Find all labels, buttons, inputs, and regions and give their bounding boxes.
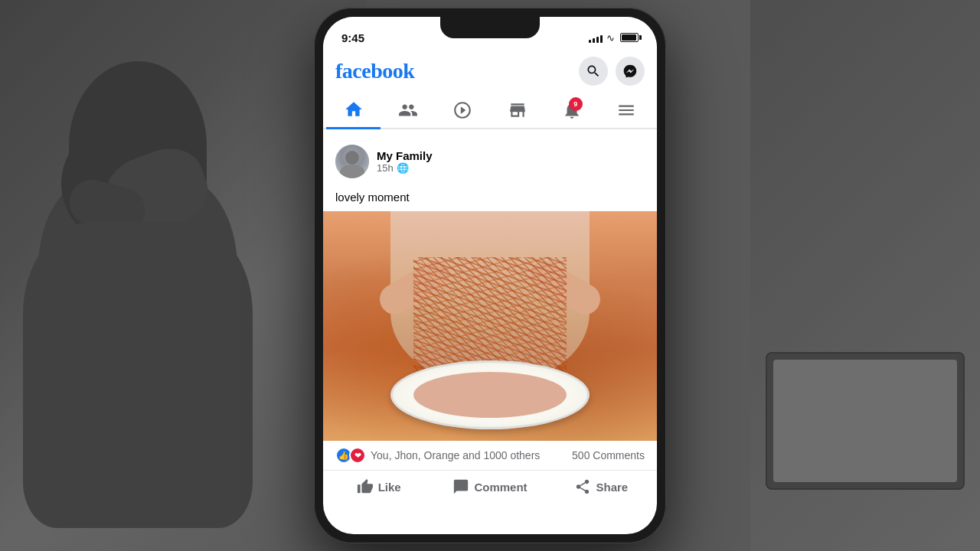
post-header: My Family 15h 🌐 — [323, 135, 657, 187]
post-image — [323, 211, 657, 441]
reaction-emojis: 👍 ❤ — [335, 447, 366, 464]
facebook-logo: facebook — [335, 59, 414, 83]
nav-item-friends[interactable] — [381, 93, 435, 128]
menu-icon — [616, 100, 636, 120]
comment-count: 500 Comments — [572, 449, 645, 461]
battery-fill — [622, 34, 636, 41]
notification-badge: 9 — [569, 97, 583, 111]
post-card: My Family 15h 🌐 lovely moment — [323, 135, 657, 503]
marketplace-icon — [508, 100, 528, 120]
nav-item-watch[interactable] — [436, 93, 490, 128]
post-meta: My Family 15h 🌐 — [377, 149, 645, 174]
comment-label: Comment — [474, 481, 527, 494]
sauce — [413, 372, 567, 418]
facebook-header: facebook — [323, 51, 657, 92]
like-icon — [357, 478, 374, 495]
like-button[interactable]: Like — [323, 472, 434, 501]
background-right — [750, 0, 980, 551]
messenger-icon — [622, 64, 638, 79]
privacy-icon: 🌐 — [397, 162, 409, 174]
signal-bar-2 — [593, 38, 595, 43]
navigation-bar: 9 — [323, 92, 657, 129]
share-label: Share — [596, 481, 628, 494]
search-icon — [586, 64, 601, 79]
phone-screen: 9:45 ∿ facebook — [323, 17, 657, 534]
post-avatar — [335, 145, 369, 178]
home-icon — [344, 99, 364, 119]
status-icons: ∿ — [589, 32, 639, 44]
laptop-hint — [766, 352, 965, 490]
battery-icon — [620, 33, 639, 42]
nav-item-home[interactable] — [326, 92, 381, 129]
nav-item-menu[interactable] — [599, 93, 654, 128]
post-author-name: My Family — [377, 149, 645, 162]
post-text: lovely moment — [323, 187, 657, 211]
watch-icon — [452, 100, 472, 120]
comment-button[interactable]: Comment — [434, 472, 545, 501]
messenger-button[interactable] — [616, 57, 645, 86]
signal-icon — [589, 32, 603, 43]
friends-icon — [398, 100, 418, 120]
nav-item-marketplace[interactable] — [490, 93, 544, 128]
status-time: 9:45 — [341, 31, 364, 44]
reaction-left: 👍 ❤ You, Jhon, Orange and 1000 others — [335, 447, 540, 464]
signal-bar-3 — [596, 37, 599, 43]
like-label: Like — [378, 481, 401, 494]
reactions-bar: 👍 ❤ You, Jhon, Orange and 1000 others 50… — [323, 441, 657, 471]
search-button[interactable] — [579, 57, 608, 86]
wifi-icon: ∿ — [606, 32, 615, 44]
post-time: 15h 🌐 — [377, 162, 645, 174]
phone-outer: 9:45 ∿ facebook — [314, 8, 666, 543]
share-icon — [574, 478, 591, 495]
share-button[interactable]: Share — [546, 472, 657, 501]
phone-notch — [440, 17, 540, 38]
reaction-count: You, Jhon, Orange and 1000 others — [371, 449, 540, 461]
signal-bar-4 — [600, 35, 603, 43]
phone-mockup: 9:45 ∿ facebook — [314, 8, 666, 543]
header-icons — [579, 57, 645, 86]
action-buttons: Like Comment Share — [323, 471, 657, 503]
heart-emoji: ❤ — [349, 447, 366, 464]
avatar-image — [335, 145, 369, 178]
background-woman — [0, 0, 368, 551]
signal-bar-1 — [589, 40, 591, 43]
nav-item-notifications[interactable]: 9 — [544, 93, 599, 128]
comment-icon — [452, 478, 469, 495]
